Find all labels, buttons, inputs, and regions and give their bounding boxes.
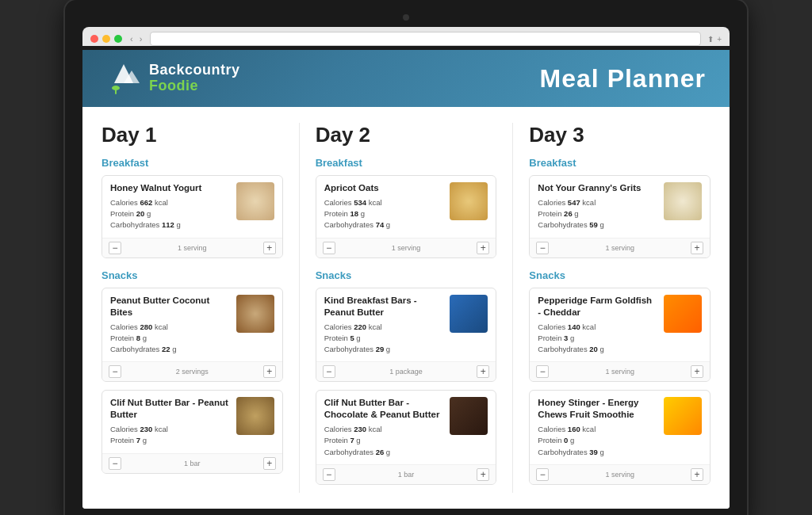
maximize-button[interactable] [114, 35, 122, 43]
carbs-stat: Carbohydrates 26 g [324, 447, 444, 458]
protein-stat-snack-2-1: Protein 7 g [324, 435, 444, 446]
decrease-serving-breakfast-3-0[interactable]: − [536, 242, 549, 254]
meal-image-breakfast-3-0 [664, 182, 702, 220]
increase-serving-snack-3-0[interactable]: + [691, 365, 703, 378]
page-title: Meal Planner [540, 64, 706, 93]
increase-serving-snack-1-0[interactable]: + [263, 365, 276, 378]
carbs-stat: Carbohydrates 29 g [324, 344, 444, 355]
serving-count-snack-1-0: 2 servings [176, 368, 209, 376]
serving-bar-snack-3-1: − 1 serving + [530, 464, 710, 484]
serving-bar-snack-1-1: − 1 bar + [102, 453, 282, 473]
close-button[interactable] [90, 35, 98, 43]
increase-serving-breakfast-3-0[interactable]: + [691, 242, 703, 254]
forward-arrow-icon[interactable]: › [138, 34, 144, 44]
meal-name-snack-3-1: Honey Stinger - Energy Chews Fruit Smoot… [538, 397, 657, 421]
minimize-button[interactable] [102, 35, 110, 43]
carbs-stat: Carbohydrates 74 g [324, 219, 444, 231]
day-title-3: Day 3 [529, 123, 710, 147]
breakfast-label-2: Breakfast [316, 157, 497, 169]
protein-stat-snack-2-0: Protein 5 g [324, 333, 444, 344]
column-divider-1 [299, 123, 300, 493]
meal-card-snack-2-0: Kind Breakfast Bars - Peanut Butter Calo… [316, 288, 497, 383]
calories-stat-breakfast-3-0: Calories 547 kcal [538, 197, 657, 208]
protein-stat-breakfast-3-0: Protein 26 g [538, 208, 657, 219]
protein-stat-snack-3-1: Protein 0 g [538, 435, 657, 446]
snacks-label-3: Snacks [529, 269, 710, 281]
protein-stat-snack-3-0: Protein 3 g [538, 333, 657, 344]
serving-count-snack-2-1: 1 bar [398, 471, 415, 479]
serving-bar-snack-3-0: − 1 serving + [530, 361, 710, 381]
decrease-serving-snack-2-0[interactable]: − [323, 365, 335, 378]
increase-serving-snack-3-1[interactable]: + [691, 468, 703, 481]
carbs-stat: Carbohydrates 112 g [110, 219, 230, 231]
meal-image-snack-1-1 [236, 397, 274, 435]
meal-name-breakfast-1-0: Honey Walnut Yogurt [110, 182, 230, 194]
snacks-label-2: Snacks [316, 269, 497, 281]
decrease-serving-snack-1-0[interactable]: − [109, 365, 121, 378]
calories-stat-snack-2-1: Calories 230 kcal [324, 424, 444, 435]
serving-count-snack-3-1: 1 serving [605, 471, 634, 479]
address-bar[interactable] [150, 32, 701, 46]
logo-backcountry: Backcountry [149, 63, 240, 78]
serving-count-breakfast-2-0: 1 serving [392, 244, 421, 252]
increase-serving-breakfast-2-0[interactable]: + [477, 242, 489, 254]
serving-bar-snack-1-0: − 2 servings + [102, 361, 282, 381]
serving-bar-breakfast-1-0: − 1 serving + [102, 238, 282, 258]
decrease-serving-snack-3-1[interactable]: − [536, 468, 549, 481]
carbs-stat: Carbohydrates 22 g [110, 344, 230, 355]
column-divider-2 [512, 123, 513, 493]
decrease-serving-snack-2-1[interactable]: − [323, 468, 335, 481]
meal-image-snack-2-0 [450, 295, 488, 333]
meal-image-snack-3-1 [664, 397, 702, 435]
laptop-frame: ‹ › ⬆ + [65, 0, 747, 515]
carbs-stat: Carbohydrates 39 g [538, 447, 657, 458]
calories-stat-breakfast-1-0: Calories 662 kcal [110, 197, 230, 208]
back-arrow-icon[interactable]: ‹ [128, 34, 135, 44]
calories-stat-snack-3-0: Calories 140 kcal [538, 322, 657, 333]
bookmark-icon[interactable]: + [717, 35, 722, 44]
meal-name-snack-2-1: Clif Nut Butter Bar - Chocolate & Peanut… [324, 397, 444, 421]
snacks-label-1: Snacks [102, 269, 283, 281]
serving-count-snack-3-0: 1 serving [605, 368, 634, 376]
camera-bar [82, 14, 730, 21]
decrease-serving-snack-1-1[interactable]: − [109, 457, 121, 470]
increase-serving-snack-2-1[interactable]: + [477, 468, 489, 481]
webcam [403, 14, 409, 21]
meal-card-snack-3-0: Pepperidge Farm Goldfish - Cheddar Calor… [529, 288, 710, 383]
browser-actions: ⬆ + [707, 35, 722, 44]
calories-stat-breakfast-2-0: Calories 534 kcal [324, 197, 444, 208]
meal-name-snack-1-1: Clif Nut Butter Bar - Peanut Butter [110, 397, 230, 421]
screen-bezel: ‹ › ⬆ + [65, 0, 747, 515]
protein-stat-breakfast-2-0: Protein 18 g [324, 208, 444, 219]
meal-image-breakfast-1-0 [236, 182, 274, 220]
day-column-2: Day 2Breakfast Apricot Oats Calories 534… [316, 123, 497, 493]
logo-text: Backcountry Foodie [149, 63, 240, 94]
increase-serving-breakfast-1-0[interactable]: + [263, 242, 276, 254]
protein-stat-snack-1-1: Protein 7 g [110, 435, 230, 446]
meal-card-snack-1-0: Peanut Butter Coconut Bites Calories 280… [102, 288, 283, 383]
calories-stat-snack-3-1: Calories 160 kcal [538, 424, 657, 435]
serving-count-snack-1-1: 1 bar [184, 460, 201, 467]
meal-name-snack-3-0: Pepperidge Farm Goldfish - Cheddar [538, 295, 657, 319]
decrease-serving-snack-3-0[interactable]: − [536, 365, 549, 378]
traffic-lights [90, 35, 122, 43]
increase-serving-snack-2-0[interactable]: + [477, 365, 489, 378]
serving-count-snack-2-0: 1 package [389, 368, 423, 376]
screen-content: Backcountry Foodie Meal Planner Day 1Bre… [82, 50, 730, 509]
serving-bar-snack-2-1: − 1 bar + [316, 464, 496, 484]
decrease-serving-breakfast-2-0[interactable]: − [323, 242, 335, 254]
meal-image-snack-2-1 [450, 397, 488, 435]
meal-card-snack-1-1: Clif Nut Butter Bar - Peanut Butter Calo… [102, 390, 283, 473]
carbs-stat: Carbohydrates 20 g [538, 344, 657, 355]
share-icon[interactable]: ⬆ [707, 35, 714, 44]
increase-serving-snack-1-1[interactable]: + [263, 457, 276, 470]
browser-nav: ‹ › [128, 34, 144, 44]
serving-bar-breakfast-2-0: − 1 serving + [316, 238, 496, 258]
logo-foodie: Foodie [149, 78, 240, 94]
app-header: Backcountry Foodie Meal Planner [82, 50, 730, 107]
meal-card-breakfast-1-0: Honey Walnut Yogurt Calories 662 kcal Pr… [102, 175, 283, 258]
serving-bar-breakfast-3-0: − 1 serving + [530, 238, 710, 258]
meal-image-snack-3-0 [664, 295, 702, 333]
meal-name-breakfast-2-0: Apricot Oats [324, 182, 444, 194]
decrease-serving-breakfast-1-0[interactable]: − [109, 242, 121, 254]
